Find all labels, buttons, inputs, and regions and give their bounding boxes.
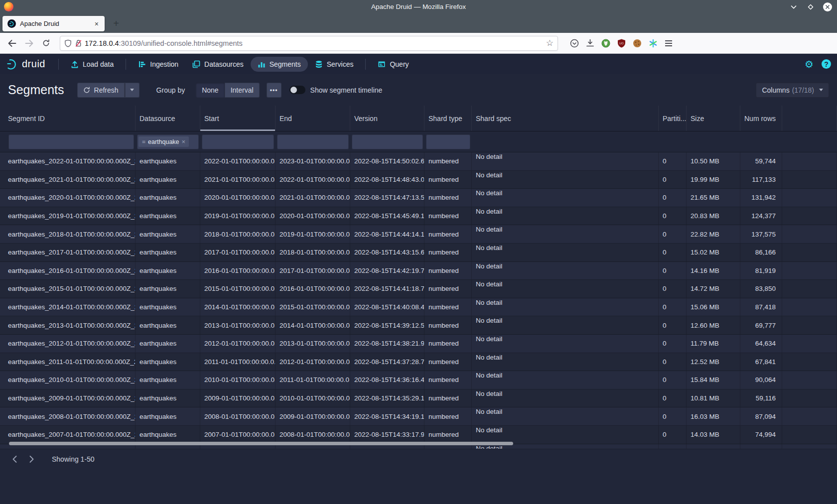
cell-end: 2011-01-01T00:00:00.0... [276, 371, 350, 389]
refresh-button[interactable]: Refresh [77, 83, 125, 98]
nav-item-datasources[interactable]: Datasources [185, 57, 251, 72]
druid-logo[interactable]: druid [6, 58, 53, 70]
group-by-none-button[interactable]: None [196, 83, 224, 98]
cell-start: 2018-01-01T00:00:00.0... [200, 225, 276, 243]
menu-icon[interactable] [665, 40, 673, 47]
start-filter-input[interactable] [202, 134, 274, 149]
nav-item-query[interactable]: Query [371, 57, 416, 72]
cell-segment-id: earthquakes_2011-01-01T00:00:00.000Z_2..… [0, 353, 136, 371]
tab-close-icon[interactable]: × [94, 20, 100, 28]
remove-filter-icon[interactable]: × [182, 138, 186, 145]
close-button[interactable] [823, 2, 832, 11]
cell-size: 12.52 MB [687, 353, 740, 371]
prev-page-button[interactable] [8, 453, 21, 466]
table-row: earthquakes_2018-01-01T00:00:00.000Z_2..… [0, 225, 837, 244]
nav-item-services[interactable]: Services [308, 57, 361, 72]
upload-icon [71, 60, 79, 68]
cell-size: 10.81 MB [687, 389, 740, 407]
cell-version: 2022-08-15T14:36:16.4... [350, 371, 424, 389]
cell-datasource: earthquakes [136, 262, 200, 280]
column-header-segment-id[interactable]: Segment ID [0, 106, 136, 131]
cell-partition: 0 [659, 426, 687, 444]
maximize-button[interactable] [806, 2, 815, 11]
cookie-icon[interactable] [633, 39, 642, 48]
cell-shard-type: numbered [424, 353, 472, 371]
table-row: earthquakes_2013-01-01T00:00:00.000Z_2..… [0, 316, 837, 335]
nav-item-load-data[interactable]: Load data [64, 57, 121, 72]
browser-tab[interactable]: Apache Druid × [2, 16, 105, 31]
divider [58, 59, 59, 70]
column-header-size[interactable]: Size [687, 106, 740, 131]
segment-id-filter-input[interactable] [8, 134, 134, 149]
shield-icon[interactable] [64, 39, 72, 47]
showing-label: Showing 1-50 [52, 455, 95, 463]
column-header-shard-type[interactable]: Shard type [424, 106, 472, 131]
column-header-num-rows[interactable]: Num rows [740, 106, 782, 131]
cell-end: 2008-01-01T00:00:00.0... [276, 426, 350, 444]
reload-icon[interactable] [39, 36, 53, 50]
lock-insecure-icon[interactable] [75, 39, 82, 47]
cell-datasource: earthquakes [136, 207, 200, 225]
column-header-start[interactable]: Start [200, 106, 276, 131]
table-body: earthquakes_2022-01-01T00:00:00.000Z_2..… [0, 152, 837, 444]
extension-asterisk-icon[interactable] [649, 39, 658, 48]
cell-start: 2010-01-01T00:00:00.0... [200, 371, 276, 389]
help-icon[interactable]: ? [822, 59, 831, 69]
minimize-button[interactable] [789, 2, 798, 11]
bookmark-star-icon[interactable]: ☆ [546, 38, 554, 48]
horizontal-scrollbar[interactable] [9, 442, 513, 445]
ublock-icon[interactable]: UO [617, 39, 626, 48]
privacy-badger-icon[interactable] [601, 39, 610, 48]
nav-item-segments[interactable]: Segments [251, 57, 308, 72]
cell-size: 11.79 MB [687, 335, 740, 353]
cell-version: 2022-08-15T14:42:19.7... [350, 262, 424, 280]
cell-shard-spec: No detail [472, 407, 659, 425]
cell-segment-id: earthquakes_2007-01-01T00:00:00.000Z_2..… [0, 426, 136, 444]
cell-num-rows: 69,777 [740, 316, 782, 334]
refresh-dropdown-button[interactable] [125, 83, 140, 98]
more-options-button[interactable]: ••• [267, 83, 281, 98]
pocket-icon[interactable] [570, 39, 579, 48]
cell-end: 2012-01-01T00:00:00.0... [276, 353, 350, 371]
filter-tag[interactable]: = earthquake × [139, 136, 189, 147]
cell-version: 2022-08-15T14:48:43.0... [350, 171, 424, 189]
datasources-icon [192, 60, 200, 68]
column-header-end[interactable]: End [276, 106, 350, 131]
group-by-interval-button[interactable]: Interval [225, 83, 260, 98]
cell-shard-type: numbered [424, 371, 472, 389]
column-header-partition[interactable]: Partiti... [659, 106, 687, 131]
back-icon[interactable] [5, 36, 19, 50]
cell-shard-spec: No detail [472, 335, 659, 353]
cell-segment-id: earthquakes_2009-01-01T00:00:00.000Z_2..… [0, 389, 136, 407]
shard-type-filter-input[interactable] [426, 134, 470, 149]
cell-shard-spec: No detail [472, 225, 659, 243]
cell-num-rows: 86,166 [740, 244, 782, 261]
cell-end: 2022-01-01T00:00:00.0... [276, 171, 350, 189]
next-page-button[interactable] [25, 453, 38, 466]
cell-segment-id: earthquakes_2014-01-01T00:00:00.000Z_2..… [0, 298, 136, 316]
table-row: earthquakes_2017-01-01T00:00:00.000Z_2..… [0, 244, 837, 262]
cell-partition: 0 [659, 207, 687, 225]
cell-version: 2022-08-15T14:47:13.5... [350, 189, 424, 207]
cell-shard-type: numbered [424, 189, 472, 207]
cell-datasource: earthquakes [136, 225, 200, 243]
nav-item-ingestion[interactable]: Ingestion [131, 57, 185, 72]
columns-button[interactable]: Columns (17/18) [756, 83, 829, 98]
download-icon[interactable] [586, 39, 594, 47]
datasource-filter-input[interactable]: = earthquake × [137, 134, 199, 149]
new-tab-button[interactable]: + [110, 18, 122, 30]
forward-icon[interactable] [22, 36, 36, 50]
segment-timeline-toggle[interactable] [289, 86, 305, 94]
cell-version: 2022-08-15T14:39:12.5... [350, 316, 424, 334]
url-bar[interactable]: 172.18.0.4:30109/unified-console.html#se… [60, 36, 558, 51]
settings-gear-icon[interactable]: ⚙ [805, 59, 814, 69]
cell-shard-spec: No detail [472, 152, 659, 170]
end-filter-input[interactable] [277, 134, 349, 149]
cell-size: 12.60 MB [687, 316, 740, 334]
column-header-shard-spec[interactable]: Shard spec [472, 106, 659, 131]
version-filter-input[interactable] [352, 134, 423, 149]
cell-end: 2009-01-01T00:00:00.0... [276, 407, 350, 425]
column-header-datasource[interactable]: Datasource [136, 106, 200, 131]
cell-num-rows: 117,133 [740, 171, 782, 189]
column-header-version[interactable]: Version [350, 106, 424, 131]
